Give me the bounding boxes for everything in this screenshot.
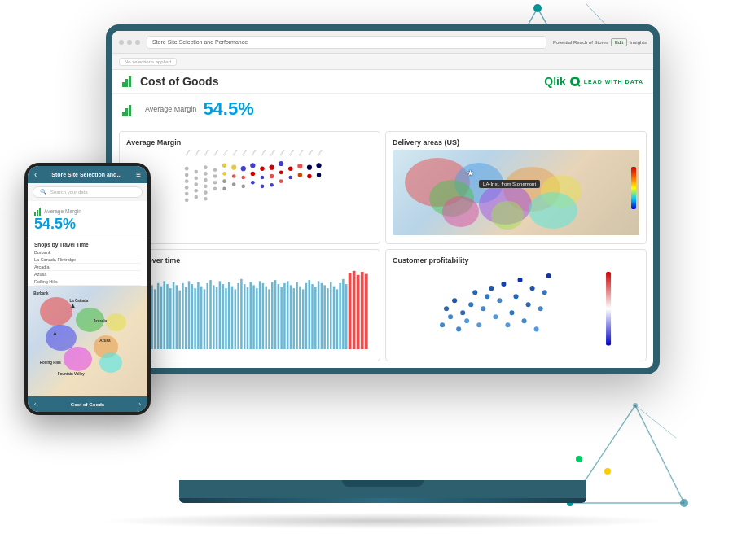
svg-rect-155 [345, 284, 348, 349]
svg-point-53 [213, 187, 217, 191]
svg-rect-140 [299, 286, 301, 349]
phone-bar2 [37, 210, 38, 216]
phone-prev-arrow[interactable]: ‹ [34, 400, 37, 408]
icon-bar2 [125, 108, 128, 116]
bar1 [122, 82, 125, 87]
phone-travel-time-label: Shops by Travel Time [28, 238, 147, 249]
svg-rect-134 [280, 287, 283, 349]
svg-point-50 [213, 168, 217, 172]
bar3 [129, 76, 131, 87]
svg-rect-159 [361, 272, 364, 349]
svg-point-167 [464, 318, 469, 323]
avg-margin-bar: Average Margin 54.5% [112, 94, 653, 125]
phone-blob-blue [46, 325, 77, 351]
icon-bar3 [129, 105, 131, 116]
phone-map-star1: ▲ [69, 302, 76, 309]
phone-search-bar[interactable]: 🔍 Search your data [33, 186, 143, 198]
svg-point-175 [497, 298, 502, 303]
svg-rect-126 [256, 288, 258, 349]
insights-icon: Insights [630, 40, 647, 45]
svg-rect-129 [265, 286, 267, 349]
phone-bar3 [39, 208, 41, 216]
svg-point-171 [481, 306, 485, 311]
browser-dot-1 [119, 40, 124, 45]
svg-rect-119 [235, 289, 237, 349]
browser-dot-2 [127, 40, 132, 45]
svg-point-74 [279, 171, 283, 175]
phone-header: ‹ Store Site Selection and... ≡ [28, 166, 147, 183]
svg-rect-145 [314, 287, 317, 349]
phone-map-canada-label: La Cañada [69, 299, 88, 303]
phone-location-arcadia: Arcadia [34, 264, 141, 271]
svg-rect-114 [219, 281, 222, 349]
svg-rect-113 [216, 287, 218, 349]
panel-delivery-areas: Delivery areas (US) ★ [385, 131, 647, 244]
svg-text:Company B: Company B [194, 150, 204, 156]
svg-rect-108 [200, 286, 203, 349]
phone-nav-label: Cost of Goods [71, 402, 104, 407]
svg-line-17 [577, 84, 580, 86]
svg-rect-156 [349, 273, 352, 349]
svg-rect-112 [213, 285, 215, 349]
phone-device: ‹ Store Site Selection and... ≡ 🔍 Search… [24, 163, 151, 415]
panel-avg-margin: Average Margin Company A Company B Compa… [119, 131, 380, 244]
svg-point-168 [468, 302, 473, 307]
svg-text:Company D: Company D [213, 150, 222, 156]
svg-rect-133 [278, 284, 280, 349]
dashboard-grid: Average Margin Company A Company B Compa… [112, 125, 653, 368]
svg-point-39 [194, 170, 198, 174]
svg-rect-115 [222, 284, 224, 349]
search-icon: 🔍 [40, 189, 47, 195]
svg-point-181 [522, 318, 527, 323]
svg-point-179 [513, 294, 518, 299]
phone-avg-margin-section: Average Margin 54.5% [28, 201, 147, 238]
svg-rect-135 [283, 282, 286, 349]
svg-point-40 [194, 176, 198, 180]
laptop-notch [342, 480, 424, 487]
svg-point-59 [232, 174, 236, 178]
svg-point-182 [526, 302, 531, 307]
phone-next-arrow[interactable]: › [138, 400, 141, 408]
svg-point-178 [509, 310, 514, 315]
svg-text:Company C: Company C [204, 150, 213, 156]
svg-rect-188 [606, 272, 611, 345]
svg-text:Company E: Company E [222, 150, 232, 156]
svg-rect-111 [209, 280, 212, 349]
edit-button[interactable]: Edit [611, 38, 627, 46]
phone-screen: ‹ Store Site Selection and... ≡ 🔍 Search… [28, 166, 147, 412]
svg-rect-107 [197, 282, 200, 349]
svg-rect-96 [163, 281, 165, 349]
no-selections-label: No selections applied [119, 58, 177, 66]
svg-rect-102 [182, 282, 184, 349]
qlik-logo: Qlik LEAD WITH DATA [544, 75, 643, 88]
svg-text:Company H: Company H [251, 150, 261, 156]
svg-rect-152 [336, 289, 339, 349]
svg-point-51 [213, 174, 217, 178]
phone-blob-purple [64, 347, 92, 371]
svg-rect-103 [185, 287, 187, 349]
svg-text:Company J: Company J [270, 150, 279, 156]
chart-icon [122, 76, 135, 87]
svg-point-43 [194, 195, 198, 199]
svg-rect-130 [268, 289, 270, 349]
avg-margin-scatter-chart: Company A Company B Company C Company D … [126, 150, 373, 232]
svg-rect-100 [176, 285, 178, 349]
phone-location-azusa: Azusa [34, 271, 141, 278]
svg-rect-139 [296, 282, 298, 349]
icon-bar1 [122, 112, 125, 116]
svg-text:Company O: Company O [317, 150, 327, 156]
svg-point-172 [485, 294, 489, 299]
svg-point-174 [493, 314, 498, 319]
dashboard-header: Cost of Goods Qlik LEAD WITH DATA [112, 70, 653, 94]
browser-url-bar[interactable]: Store Site Selection and Performance [147, 36, 546, 49]
laptop-base [179, 480, 586, 503]
svg-text:Company M: Company M [298, 150, 308, 156]
svg-point-62 [241, 176, 245, 180]
svg-point-63 [241, 185, 245, 189]
phone-map-star2: ▲ [51, 330, 58, 337]
phone-menu-icon[interactable]: ≡ [136, 170, 141, 179]
laptop-device: Store Site Selection and Performance Pot… [106, 24, 660, 480]
svg-rect-105 [191, 284, 194, 349]
svg-point-35 [185, 179, 189, 183]
svg-rect-158 [357, 274, 360, 349]
